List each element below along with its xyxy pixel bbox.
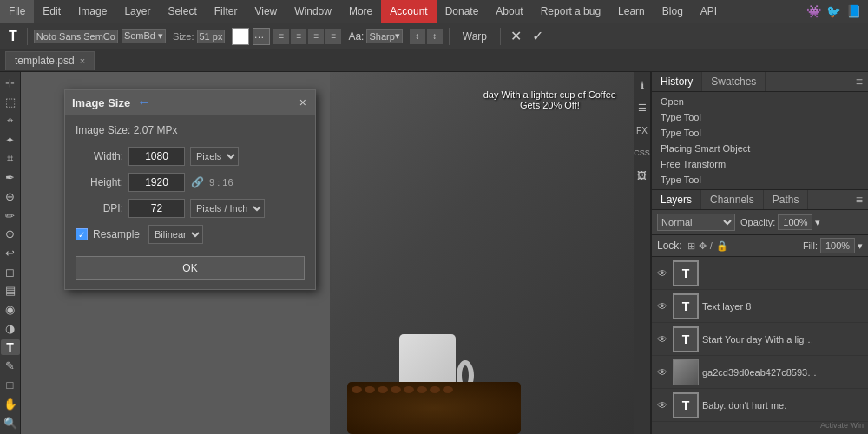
tool-history-brush[interactable]: ↩: [1, 246, 20, 261]
tab-swatches[interactable]: Swatches: [702, 72, 766, 91]
history-item-open[interactable]: Open: [652, 94, 868, 109]
align-justify-button[interactable]: ≡: [326, 29, 341, 44]
layer-row-3[interactable]: 👁 T Start Your day With a lig…: [652, 323, 868, 356]
menu-about[interactable]: About: [487, 0, 531, 23]
font-style-dropdown[interactable]: SemBd ▾: [122, 29, 166, 43]
menu-layer[interactable]: Layer: [115, 0, 159, 23]
tool-lasso[interactable]: ⌖: [1, 113, 20, 128]
layers-icon[interactable]: ☰: [633, 98, 652, 117]
layers-panel-menu-icon[interactable]: ≡: [851, 193, 868, 207]
menu-more[interactable]: More: [340, 0, 381, 23]
info-icon[interactable]: ℹ: [633, 76, 652, 95]
menu-image[interactable]: Image: [69, 0, 115, 23]
tool-eyedropper[interactable]: ✒: [1, 170, 20, 186]
layer-row-5[interactable]: 👁 T Baby. don't hurt me.: [652, 389, 868, 422]
tool-eraser[interactable]: ◻: [1, 264, 20, 279]
history-item-type-tool-1[interactable]: Type Tool: [652, 109, 868, 125]
reddit-icon[interactable]: 👾: [806, 4, 821, 18]
color-options[interactable]: …: [253, 28, 270, 45]
width-input[interactable]: [128, 147, 185, 166]
history-item-smart-object[interactable]: Placing Smart Object: [652, 141, 868, 156]
layer-3-visibility-icon[interactable]: 👁: [655, 332, 669, 346]
image-panel-icon[interactable]: 🖼: [633, 166, 652, 185]
fill-input[interactable]: [820, 238, 855, 253]
history-item-type-tool-2[interactable]: Type Tool: [652, 125, 868, 141]
tool-pen[interactable]: ✎: [1, 358, 20, 374]
tool-wand[interactable]: ✦: [1, 132, 20, 148]
history-item-free-transform[interactable]: Free Transform: [652, 156, 868, 172]
css-icon[interactable]: CSS: [633, 143, 652, 162]
tool-move[interactable]: ⊹: [1, 76, 20, 91]
tool-marquee[interactable]: ⬚: [1, 95, 20, 110]
menu-donate[interactable]: Donate: [437, 0, 488, 23]
layer-5-visibility-icon[interactable]: 👁: [655, 398, 669, 412]
opacity-input[interactable]: [778, 214, 812, 230]
height-input[interactable]: [128, 173, 185, 192]
dpi-unit-select[interactable]: Pixels / Inch: [190, 199, 265, 218]
menu-window[interactable]: Window: [286, 0, 340, 23]
layer-1-visibility-icon[interactable]: 👁: [655, 266, 669, 280]
lock-move-icon[interactable]: ✥: [699, 240, 707, 252]
text-orient-btn-2[interactable]: ↕: [427, 29, 443, 44]
tool-zoom[interactable]: 🔍: [1, 415, 20, 431]
tool-hand[interactable]: ✋: [1, 396, 20, 411]
text-orient-btn-1[interactable]: ↕: [410, 29, 425, 44]
tool-shape[interactable]: □: [1, 378, 20, 393]
opacity-dropdown-icon[interactable]: ▾: [815, 217, 820, 228]
menu-learn[interactable]: Learn: [609, 0, 654, 23]
menu-blog[interactable]: Blog: [654, 0, 692, 23]
layer-row-1[interactable]: 👁 T: [652, 257, 868, 290]
tool-dodge[interactable]: ◑: [1, 321, 20, 337]
font-family-dropdown[interactable]: Noto Sans SemCo: [34, 30, 118, 43]
layer-4-visibility-icon[interactable]: 👁: [655, 365, 669, 379]
align-left-button[interactable]: ≡: [273, 29, 289, 44]
lock-all-icon[interactable]: 🔒: [716, 240, 728, 252]
tab-channels[interactable]: Channels: [701, 190, 764, 209]
resample-method-select[interactable]: Bilinear: [148, 225, 203, 244]
tab-layers[interactable]: Layers: [652, 190, 701, 209]
twitter-icon[interactable]: 🐦: [826, 4, 841, 18]
width-unit-select[interactable]: Pixels: [190, 147, 239, 166]
menu-filter[interactable]: Filter: [206, 0, 247, 23]
tool-gradient[interactable]: ▤: [1, 283, 20, 299]
menu-view[interactable]: View: [246, 0, 286, 23]
menu-edit[interactable]: Edit: [34, 0, 69, 23]
blend-mode-dropdown[interactable]: Normal: [657, 214, 735, 231]
confirm-button[interactable]: ✓: [529, 28, 547, 44]
lock-artboard-icon[interactable]: /: [710, 240, 713, 252]
menu-report-bug[interactable]: Report a bug: [532, 0, 609, 23]
tab-history[interactable]: History: [652, 72, 702, 91]
history-item-type-tool-3[interactable]: Type Tool: [652, 172, 868, 187]
text-color-swatch[interactable]: [232, 28, 249, 45]
dpi-input[interactable]: [128, 199, 185, 218]
dialog-close-button[interactable]: ×: [298, 95, 308, 109]
align-center-button[interactable]: ≡: [291, 29, 306, 44]
font-size-input[interactable]: 51 px: [197, 30, 226, 43]
tool-type[interactable]: T: [1, 339, 20, 355]
menu-file[interactable]: File: [0, 0, 34, 23]
warp-button[interactable]: Warp: [456, 29, 494, 44]
tool-brush[interactable]: ✏: [1, 207, 20, 223]
fill-dropdown-icon[interactable]: ▾: [858, 240, 863, 252]
cancel-button[interactable]: ✕: [507, 28, 525, 44]
lock-checkerboard-icon[interactable]: ⊞: [687, 240, 695, 252]
ok-button[interactable]: OK: [76, 256, 305, 280]
tool-heal[interactable]: ⊕: [1, 188, 20, 204]
menu-api[interactable]: API: [692, 0, 726, 23]
layer-2-visibility-icon[interactable]: 👁: [655, 299, 669, 313]
align-right-button[interactable]: ≡: [308, 29, 324, 44]
facebook-icon[interactable]: 📘: [846, 4, 861, 18]
resample-checkbox[interactable]: ✓: [76, 228, 88, 240]
tool-blur[interactable]: ◉: [1, 302, 20, 318]
menu-account[interactable]: Account: [381, 0, 436, 23]
fx-icon[interactable]: FX: [633, 121, 652, 140]
menu-select[interactable]: Select: [159, 0, 205, 23]
layer-row-2[interactable]: 👁 T Text layer 8: [652, 290, 868, 323]
document-tab[interactable]: template.psd ×: [5, 51, 95, 70]
tab-paths[interactable]: Paths: [764, 190, 809, 209]
tool-clone[interactable]: ⊙: [1, 227, 20, 242]
tool-crop[interactable]: ⌗: [1, 151, 20, 167]
history-panel-menu-icon[interactable]: ≡: [851, 75, 868, 89]
aspect-ratio-lock-icon[interactable]: 🔗: [190, 175, 204, 189]
antialiasing-dropdown[interactable]: Sharp ▾: [366, 29, 402, 43]
